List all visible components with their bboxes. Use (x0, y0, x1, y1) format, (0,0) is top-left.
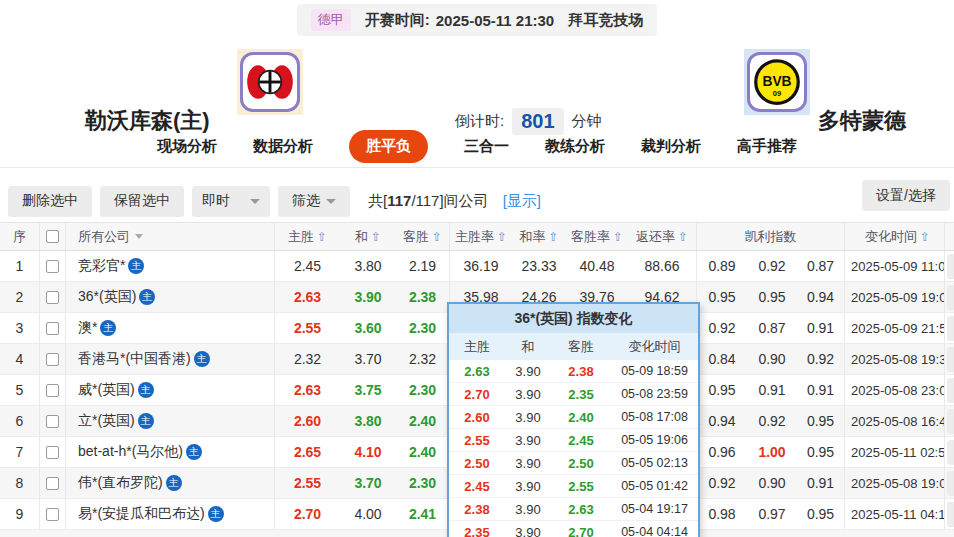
rate-value-0: 36.19 (450, 251, 512, 281)
popup-home-odds: 2.70 (449, 387, 505, 402)
countdown: 倒计时: 801 分钟 (455, 108, 602, 135)
keep-selected-button[interactable]: 保留选中 (100, 186, 184, 217)
kelly-value-0: 0.92 (697, 313, 747, 343)
odds-away[interactable]: 2.40 (396, 437, 450, 467)
row-checkbox[interactable] (46, 477, 59, 490)
odds-draw[interactable]: 3.90 (340, 282, 396, 312)
select-all-checkbox[interactable] (46, 230, 59, 243)
row-seq: 1 (0, 251, 40, 281)
row-checkbox[interactable] (46, 353, 59, 366)
odds-draw[interactable]: 3.75 (340, 375, 396, 405)
odds-home[interactable]: 2.55 (275, 468, 340, 498)
odds-draw[interactable]: 3.60 (340, 313, 396, 343)
kelly-value-0: 0.94 (697, 406, 747, 436)
company-cell[interactable]: 竞彩官*主 (66, 251, 275, 281)
odds-draw[interactable]: 3.80 (340, 406, 396, 436)
popup-home-odds: 2.35 (449, 525, 505, 537)
tab-win-draw-lose[interactable]: 胜平负 (349, 130, 428, 163)
detail-button[interactable]: 细 (947, 285, 954, 310)
company-cell[interactable]: 立*(英国)主 (66, 406, 275, 436)
popup-draw-odds: 3.90 (505, 456, 551, 471)
col-away-rate[interactable]: 客胜率⇧ (566, 223, 628, 250)
odds-away[interactable]: 2.40 (396, 406, 450, 436)
odds-home[interactable]: 2.63 (275, 282, 340, 312)
detail-button[interactable]: 细 (947, 347, 954, 372)
odds-away[interactable]: 2.38 (396, 282, 450, 312)
detail-button[interactable]: 细 (947, 471, 954, 496)
odds-away[interactable]: 2.41 (396, 499, 450, 529)
col-draw-rate[interactable]: 和率⇧ (512, 223, 566, 250)
tab-live-analysis[interactable]: 现场分析 (157, 137, 217, 156)
company-cell[interactable]: 香港马*(中国香港)主 (66, 344, 275, 374)
company-name: 竞彩官* (78, 257, 125, 275)
odds-away[interactable]: 2.30 (396, 313, 450, 343)
col-draw-odds[interactable]: 和⇧ (340, 223, 396, 250)
row-checkbox[interactable] (46, 291, 59, 304)
detail-cell: 细 (945, 344, 954, 374)
company-cell[interactable]: 36*(英国)主 (66, 282, 275, 312)
detail-button[interactable]: 细 (947, 254, 954, 279)
odds-away[interactable]: 2.19 (396, 251, 450, 281)
filter-dropdown[interactable]: 筛选 (278, 186, 350, 217)
main-odds-icon: 主 (166, 475, 182, 491)
col-away-odds[interactable]: 客胜⇧ (396, 223, 450, 250)
odds-home[interactable]: 2.65 (275, 437, 340, 467)
leverkusen-crest-icon (246, 58, 294, 106)
odds-draw[interactable]: 3.70 (340, 344, 396, 374)
row-checkbox[interactable] (46, 260, 59, 273)
odds-home[interactable]: 2.45 (275, 251, 340, 281)
col-change-time[interactable]: 变化时间⇧ (845, 223, 945, 250)
tab-referee-analysis[interactable]: 裁判分析 (641, 137, 701, 156)
popup-change-time: 05-04 04:14 (611, 525, 698, 537)
company-cell[interactable]: 澳*主 (66, 313, 275, 343)
show-link[interactable]: [显示] (503, 192, 541, 211)
company-cell[interactable]: 易*(安提瓜和巴布达)主 (66, 499, 275, 529)
row-checkbox[interactable] (46, 415, 59, 428)
odds-away[interactable]: 2.30 (396, 468, 450, 498)
tab-data-analysis[interactable]: 数据分析 (253, 137, 313, 156)
league-badge: 德甲 (311, 9, 351, 31)
row-checkbox[interactable] (46, 322, 59, 335)
detail-button[interactable]: 细 (947, 409, 954, 434)
odds-draw[interactable]: 4.10 (340, 437, 396, 467)
company-cell[interactable]: 威*(英国)主 (66, 375, 275, 405)
odds-home[interactable]: 2.55 (275, 313, 340, 343)
odds-home[interactable]: 2.63 (275, 375, 340, 405)
instant-dropdown[interactable]: 即时 (192, 186, 270, 217)
tab-expert-picks[interactable]: 高手推荐 (737, 137, 797, 156)
change-time: 2025-05-08 19:32 (845, 344, 945, 374)
col-company[interactable]: 所有公司 (66, 223, 275, 250)
settings-select-button[interactable]: 设置/选择 (862, 180, 950, 211)
detail-button[interactable]: 细 (947, 440, 954, 465)
tab-coach-analysis[interactable]: 教练分析 (545, 137, 605, 156)
company-cell[interactable]: 伟*(直布罗陀)主 (66, 468, 275, 498)
odds-away[interactable]: 2.32 (396, 344, 450, 374)
odds-home[interactable]: 2.32 (275, 344, 340, 374)
popup-row: 2.353.902.7005-04 04:14 (449, 521, 698, 537)
col-home-odds[interactable]: 主胜⇧ (275, 223, 340, 250)
odds-draw[interactable]: 3.70 (340, 468, 396, 498)
detail-button[interactable]: 细 (947, 502, 954, 527)
odds-home[interactable]: 2.70 (275, 499, 340, 529)
delete-selected-button[interactable]: 删除选中 (8, 186, 92, 217)
detail-button[interactable]: 细 (947, 316, 954, 341)
col-extra (945, 223, 954, 250)
detail-button[interactable]: 细 (947, 378, 954, 403)
row-seq: 2 (0, 282, 40, 312)
company-cell[interactable]: bet-at-h*(马尔他)主 (66, 437, 275, 467)
odds-draw[interactable]: 3.80 (340, 251, 396, 281)
countdown-label: 倒计时: (455, 112, 504, 131)
row-checkbox[interactable] (46, 508, 59, 521)
odds-draw[interactable]: 4.00 (340, 499, 396, 529)
col-home-rate[interactable]: 主胜率⇧ (450, 223, 512, 250)
col-return-rate[interactable]: 返还率⇧ (628, 223, 697, 250)
sort-up-icon: ⇧ (548, 230, 558, 244)
kelly-value-1: 1.00 (747, 437, 797, 467)
popup-change-time: 05-05 02:13 (611, 456, 698, 470)
row-checkbox-cell (40, 468, 66, 498)
row-checkbox[interactable] (46, 446, 59, 459)
odds-away[interactable]: 2.30 (396, 375, 450, 405)
odds-home[interactable]: 2.60 (275, 406, 340, 436)
tab-three-in-one[interactable]: 三合一 (464, 137, 509, 156)
row-checkbox[interactable] (46, 384, 59, 397)
